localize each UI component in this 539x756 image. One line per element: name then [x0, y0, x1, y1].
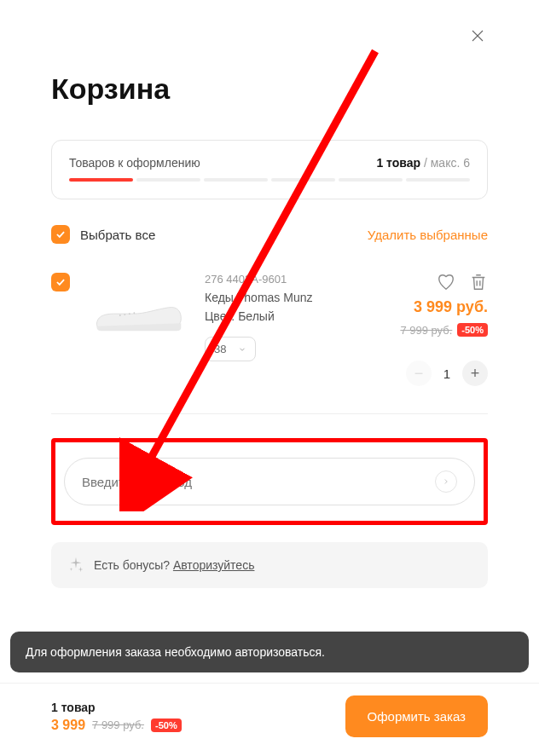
size-select[interactable]: 38: [205, 337, 256, 361]
promo-input[interactable]: [82, 475, 435, 489]
delete-selected-link[interactable]: Удалить выбранные: [368, 228, 488, 242]
price-old: 7 999 руб.: [400, 324, 452, 337]
favorite-button[interactable]: [437, 273, 455, 291]
quantity-value: 1: [440, 366, 454, 381]
promo-submit[interactable]: [435, 470, 457, 493]
page-title: Корзина: [51, 72, 488, 106]
footer-discount-badge: -50%: [151, 718, 182, 732]
svg-point-4: [129, 313, 130, 315]
product-color: Цвет: Белый: [205, 309, 388, 323]
select-all-checkbox[interactable]: [51, 225, 70, 244]
progress-label: Товаров к оформлению: [69, 156, 200, 170]
size-value: 38: [214, 343, 226, 355]
discount-badge: -50%: [457, 323, 488, 337]
bonus-login-link[interactable]: Авторизуйтесь: [173, 558, 255, 572]
promo-input-wrap: [64, 458, 475, 505]
auth-toast: Для оформления заказа необходимо авториз…: [10, 632, 529, 672]
quantity-increase[interactable]: +: [462, 361, 488, 386]
progress-max: / макс. 6: [420, 156, 470, 170]
product-sku: 276 4403A-9601: [205, 273, 388, 286]
svg-point-2: [119, 315, 121, 316]
svg-point-3: [124, 314, 125, 315]
product-image[interactable]: [82, 273, 193, 358]
sparkle-icon: [67, 556, 85, 574]
cart-item: 276 4403A-9601 Кеды Thomas Munz Цвет: Бе…: [51, 273, 488, 414]
trash-icon: [469, 273, 488, 291]
bonus-text: Есть бонусы?: [94, 558, 173, 572]
toast-message: Для оформления заказа необходимо авториз…: [26, 645, 325, 659]
footer-bar: 1 товар 3 999 7 999 руб. -50% Оформить з…: [0, 683, 539, 756]
progress-bar: [69, 178, 470, 182]
quantity-decrease[interactable]: −: [406, 361, 432, 386]
progress-card: Товаров к оформлению 1 товар / макс. 6: [51, 140, 488, 199]
select-all-label: Выбрать все: [80, 228, 155, 242]
chevron-down-icon: [238, 345, 246, 354]
remove-button[interactable]: [469, 273, 488, 291]
svg-point-5: [133, 312, 135, 314]
footer-item-count: 1 товар: [51, 701, 182, 714]
chevron-right-icon: [442, 477, 450, 486]
footer-price-old: 7 999 руб.: [92, 718, 144, 731]
progress-count: 1 товар: [376, 156, 420, 170]
bonus-bar: Есть бонусы? Авторизуйтесь: [51, 542, 488, 588]
heart-icon: [437, 273, 455, 291]
checkout-button[interactable]: Оформить заказ: [345, 695, 488, 737]
item-checkbox[interactable]: [51, 273, 70, 291]
price-current: 3 999 руб.: [414, 298, 488, 316]
promo-highlight-box: [51, 438, 488, 525]
close-button[interactable]: [467, 26, 488, 46]
footer-price-current: 3 999: [51, 718, 85, 733]
product-name: Кеды Thomas Munz: [205, 291, 388, 304]
